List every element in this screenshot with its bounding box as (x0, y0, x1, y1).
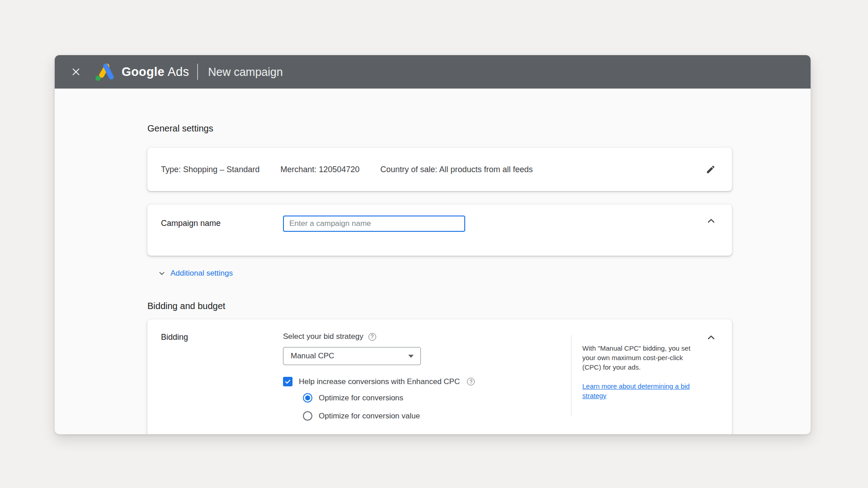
help-panel-text: With "Manual CPC" bidding, you set your … (582, 343, 699, 372)
optimize-conversion-value-radio-row[interactable]: Optimize for conversion value (303, 411, 563, 421)
optimize-conversions-label: Optimize for conversions (319, 394, 403, 403)
campaign-name-input[interactable] (283, 216, 465, 232)
bidding-budget-title: Bidding and budget (147, 300, 811, 312)
pencil-edit-icon (706, 164, 716, 174)
enhanced-cpc-checkbox-row[interactable]: Help increase conversions with Enhanced … (283, 377, 563, 386)
campaign-type-value: Type: Shopping – Standard (161, 165, 259, 174)
enhanced-cpc-checkbox[interactable] (283, 377, 292, 386)
brand-google: Google (122, 65, 165, 79)
chevron-down-icon (157, 269, 166, 278)
google-ads-logo-icon (94, 62, 115, 81)
optimize-conversions-radio[interactable] (303, 393, 312, 403)
optimize-conversions-radio-row[interactable]: Optimize for conversions (303, 393, 563, 403)
bidding-main-column: Select your bid strategy ? Manual CPC He… (283, 332, 563, 421)
merchant-value: Merchant: 120504720 (280, 165, 359, 174)
page-title: New campaign (208, 66, 283, 79)
edit-summary-button[interactable] (704, 163, 717, 176)
bid-strategy-selected-value: Manual CPC (291, 352, 334, 361)
chevron-up-icon (705, 215, 717, 227)
brand-wordmark: GoogleAds (122, 65, 189, 79)
bid-strategy-row: Select your bid strategy ? (283, 332, 563, 341)
additional-settings-toggle[interactable]: Additional settings (157, 268, 233, 278)
general-settings-title: General settings (147, 122, 811, 134)
optimize-conversion-value-label: Optimize for conversion value (319, 412, 420, 421)
bid-strategy-select[interactable]: Manual CPC (283, 347, 421, 365)
campaign-name-label: Campaign name (161, 216, 283, 228)
optimize-conversion-value-radio[interactable] (303, 411, 312, 421)
close-button[interactable] (69, 65, 83, 79)
collapse-bidding-card-button[interactable] (705, 332, 717, 343)
collapse-campaign-card-button[interactable] (705, 216, 717, 226)
bid-strategy-help-icon[interactable]: ? (368, 333, 376, 341)
dialog-content: General settings Type: Shopping – Standa… (55, 122, 811, 434)
campaign-summary-card: Type: Shopping – Standard Merchant: 1205… (147, 148, 732, 191)
country-of-sale-value: Country of sale: All products from all f… (380, 165, 533, 174)
bid-strategy-label: Select your bid strategy (283, 332, 363, 341)
campaign-name-card: Campaign name (147, 205, 732, 256)
checkmark-icon (284, 378, 291, 385)
header-bar: GoogleAds New campaign (55, 55, 811, 89)
caret-down-icon (408, 355, 414, 358)
chevron-up-icon (705, 332, 717, 343)
learn-more-link[interactable]: Learn more about determining a bid strat… (582, 381, 699, 400)
enhanced-cpc-label: Help increase conversions with Enhanced … (299, 377, 460, 386)
enhanced-cpc-help-icon[interactable]: ? (467, 378, 475, 385)
new-campaign-dialog: GoogleAds New campaign General settings … (55, 55, 811, 434)
close-icon (71, 67, 81, 77)
additional-settings-label: Additional settings (170, 268, 233, 278)
radio-dot (305, 395, 310, 400)
bidding-card: Bidding Select your bid strategy ? Manua… (147, 319, 732, 434)
header-divider (197, 64, 198, 80)
brand-ads: Ads (168, 65, 189, 79)
help-panel-divider (571, 335, 571, 416)
bid-strategy-help-panel: With "Manual CPC" bidding, you set your … (582, 343, 699, 400)
bidding-label: Bidding (161, 332, 283, 342)
